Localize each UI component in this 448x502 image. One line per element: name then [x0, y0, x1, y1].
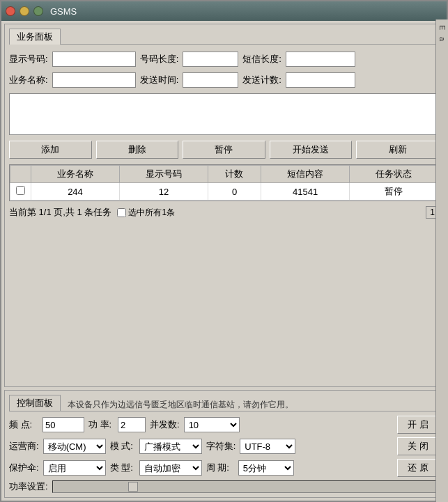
period-label: 周 期:: [206, 462, 234, 474]
col-count: 计数: [208, 166, 261, 183]
top-panel: 业务面板 显示号码: 号码长度: 短信长度: 业务名称: 发送时间:: [4, 24, 444, 387]
col-checkbox: [10, 166, 31, 183]
power-input[interactable]: [118, 417, 146, 432]
sms-length-input[interactable]: [286, 52, 355, 67]
row-sms-content: 41541: [261, 183, 350, 201]
mode-select[interactable]: 广播模式 单播模式: [139, 439, 202, 454]
minimize-button[interactable]: [20, 6, 29, 16]
status-text: 当前第 1/1 页,共 1 条任务: [9, 206, 111, 219]
close-button[interactable]: 关 闭: [397, 437, 439, 455]
bottom-panel-tab[interactable]: 控制面板: [9, 395, 61, 411]
type-select[interactable]: 自动加密 手动加密 不加密: [139, 460, 202, 476]
send-time-label: 发送时间:: [140, 74, 179, 86]
number-length-input[interactable]: [183, 52, 238, 67]
form-row-1: 显示号码: 号码长度: 短信长度:: [9, 52, 439, 67]
ctrl-row-1: 频 点: 功 率: 并发数: 10 20 30 开 启: [9, 416, 439, 434]
table-row[interactable]: 244 12 0 41541 暂停: [10, 183, 438, 201]
display-number-input[interactable]: [52, 52, 136, 67]
select-all-checkbox[interactable]: [117, 208, 126, 217]
sms-length-label: 短信长度:: [242, 53, 281, 65]
main-content: 业务面板 显示号码: 号码长度: 短信长度: 业务名称: 发送时间:: [1, 21, 447, 501]
side-nav: E a: [435, 19, 448, 502]
row-name: 244: [31, 183, 120, 201]
side-nav-item-2[interactable]: a: [437, 34, 448, 44]
top-tab-bar: 业务面板: [9, 29, 439, 45]
freq-input[interactable]: [43, 417, 84, 432]
form-row-2: 业务名称: 发送时间: 发送计数:: [9, 72, 439, 88]
top-panel-tab[interactable]: 业务面板: [9, 29, 61, 45]
col-task-status: 任务状态: [350, 166, 438, 183]
ctrl-row-3: 保护伞: 启用 禁用 类 型: 自动加密 手动加密 不加密 周 期: 5分钟 1…: [9, 459, 439, 477]
message-textarea[interactable]: [9, 93, 439, 135]
bottom-panel: 控制面板 本设备只作为边远信号匮乏地区临时通信基站，请勿作它用。 频 点: 功 …: [4, 390, 444, 498]
select-all-label[interactable]: 选中所有1条: [117, 207, 175, 219]
number-length-label: 号码长度:: [140, 53, 179, 65]
start-send-button[interactable]: 开始发送: [270, 141, 353, 159]
send-time-input[interactable]: [183, 72, 238, 88]
carrier-select[interactable]: 移动(CM) 联通(CU) 电信(CT): [43, 439, 106, 454]
close-button[interactable]: [6, 6, 15, 16]
power-label: 功 率:: [88, 418, 114, 431]
delete-button[interactable]: 删除: [96, 141, 179, 159]
concurrency-label: 并发数:: [150, 418, 180, 431]
type-label: 类 型:: [110, 462, 135, 474]
side-nav-item-1[interactable]: E: [437, 22, 448, 33]
carrier-label: 运营商:: [9, 440, 39, 453]
row-checkbox[interactable]: [16, 186, 25, 195]
bottom-notice: 本设备只作为边远信号匮乏地区临时通信基站，请勿作它用。: [68, 399, 293, 411]
col-display-number: 显示号码: [119, 166, 208, 183]
protection-select[interactable]: 启用 禁用: [43, 460, 106, 476]
display-number-label: 显示号码:: [9, 53, 48, 65]
business-name-label: 业务名称:: [9, 74, 48, 86]
power-setting-label: 功率设置:: [9, 480, 48, 493]
freq-label: 频 点:: [9, 418, 38, 431]
power-row: 功率设置:: [9, 480, 439, 493]
concurrency-select[interactable]: 10 20 30: [184, 417, 240, 432]
task-table-container: 业务名称 显示号码 计数 短信内容 任务状态 244 12 0 41541: [9, 164, 439, 201]
row-count: 0: [208, 183, 261, 201]
charset-select[interactable]: UTF-8 GBK: [240, 439, 295, 454]
window-title: GSMS: [50, 6, 77, 17]
maximize-button[interactable]: [33, 6, 43, 16]
col-business-name: 业务名称: [31, 166, 120, 183]
task-table: 业务名称 显示号码 计数 短信内容 任务状态 244 12 0 41541: [10, 165, 438, 201]
ctrl-row-2: 运营商: 移动(CM) 联通(CU) 电信(CT) 模 式: 广播模式 单播模式…: [9, 437, 439, 455]
power-slider[interactable]: [52, 480, 439, 493]
charset-label: 字符集:: [206, 440, 236, 453]
bottom-tab-bar: 控制面板 本设备只作为边远信号匮乏地区临时通信基站，请勿作它用。: [9, 395, 439, 411]
start-button[interactable]: 开 启: [397, 416, 439, 434]
restore-button[interactable]: 还 原: [397, 459, 439, 477]
table-header-row: 业务名称 显示号码 计数 短信内容 任务状态: [10, 166, 438, 183]
row-status: 暂停: [350, 183, 438, 201]
mode-label: 模 式:: [110, 440, 135, 453]
send-count-input[interactable]: [286, 72, 355, 88]
status-row: 当前第 1/1 页,共 1 条任务 选中所有1条 1: [9, 204, 439, 221]
period-select[interactable]: 5分钟 10分钟 30分钟: [238, 460, 294, 476]
pause-button[interactable]: 暂停: [183, 141, 265, 159]
send-count-label: 发送计数:: [242, 74, 281, 86]
col-sms-content: 短信内容: [261, 166, 350, 183]
select-all-text: 选中所有1条: [128, 207, 175, 219]
add-button[interactable]: 添加: [9, 141, 92, 159]
business-name-input[interactable]: [52, 72, 136, 88]
button-row: 添加 删除 暂停 开始发送 刷新: [9, 141, 439, 159]
protection-label: 保护伞:: [9, 462, 39, 474]
refresh-button[interactable]: 刷新: [356, 141, 439, 159]
row-number: 12: [119, 183, 208, 201]
title-bar: GSMS: [1, 1, 447, 21]
